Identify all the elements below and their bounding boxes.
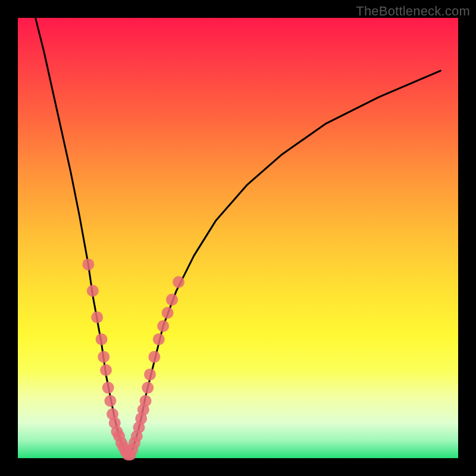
dot-dots-right-upper xyxy=(144,368,156,380)
dot-dots-right-upper xyxy=(166,294,178,306)
dot-dots-left-upper xyxy=(102,382,114,394)
curve-left-curve xyxy=(36,18,128,458)
dot-dots-right-upper xyxy=(148,351,160,363)
dot-dots-left-upper xyxy=(100,364,112,376)
plot-area xyxy=(18,18,458,458)
dot-dots-right-upper xyxy=(157,320,169,332)
curve-right-curve xyxy=(128,71,440,458)
dot-group xyxy=(82,258,184,461)
chart-svg xyxy=(18,18,458,458)
dot-dots-left-upper xyxy=(91,311,103,323)
chart-frame: TheBottleneck.com xyxy=(0,0,476,476)
dot-dots-right-lower xyxy=(142,382,154,394)
dot-dots-left-upper xyxy=(87,285,99,297)
dot-dots-right-upper xyxy=(153,333,165,345)
watermark-text: TheBottleneck.com xyxy=(356,4,470,19)
dot-dots-right-lower xyxy=(140,395,152,407)
curve-group xyxy=(36,18,441,458)
dot-dots-left-upper xyxy=(104,395,116,407)
dot-dots-left-upper xyxy=(98,351,109,363)
dot-dots-left-upper xyxy=(82,258,94,270)
dot-dots-right-upper xyxy=(162,307,174,319)
dot-dots-left-upper xyxy=(96,333,108,345)
dot-dots-right-upper xyxy=(173,276,184,288)
